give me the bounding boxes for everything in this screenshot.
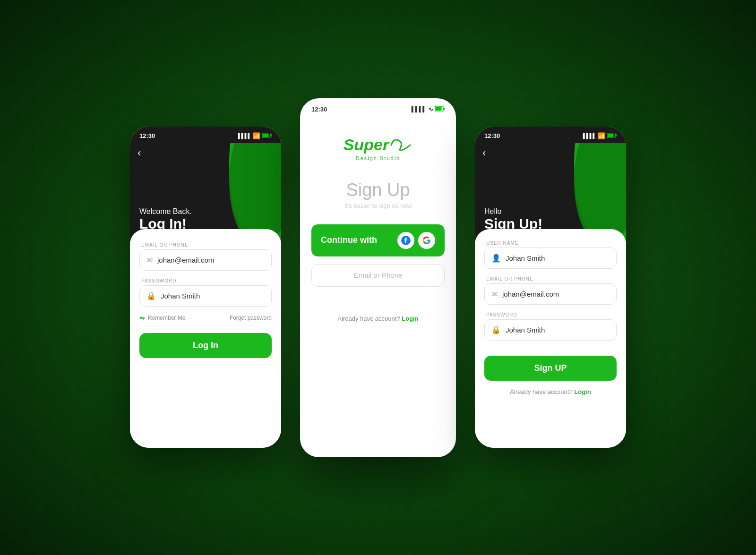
continue-label: Continue with [321, 235, 377, 245]
left-back-btn[interactable]: ‹ [137, 147, 141, 159]
right-header: ‹ Hello Sign Up! [475, 143, 626, 242]
center-signup-sub: It's easier to sign up now [300, 202, 456, 209]
email-phone-label: Email or Phone [354, 271, 403, 279]
lock-icon: 🔒 [146, 291, 156, 300]
social-icons-group [397, 232, 435, 249]
email-icon: ✉ [146, 256, 153, 265]
right-signal-icon: ▌▌▌▌ [583, 133, 596, 138]
right-email-value: johan@email.com [502, 290, 559, 298]
password-group: PASSOWORD 🔒 Johan Smith [139, 278, 272, 307]
remember-me[interactable]: ⇋ Remember Me [139, 314, 185, 322]
right-login-link[interactable]: Login [574, 388, 591, 395]
svg-rect-12 [608, 133, 614, 137]
left-subtitle: Welcome Back. [139, 207, 192, 216]
right-password-label: PASSWORD [484, 312, 617, 317]
right-title: Sign Up! [484, 216, 542, 232]
continue-btn[interactable]: Continue with [311, 224, 445, 256]
right-battery [607, 132, 617, 139]
center-signup-title: Sign Up [300, 180, 456, 200]
options-row: ⇋ Remember Me Forget password [139, 314, 272, 322]
right-already-text: Already have account? [510, 388, 572, 395]
right-status-bar: 12:30 ▌▌▌▌ 📶 [475, 127, 626, 143]
right-subtitle: Hello [484, 207, 542, 216]
email-phone-btn[interactable]: Email or Phone [311, 264, 445, 287]
right-wave-svg [536, 143, 626, 242]
right-password-group: PASSWORD 🔒 Johan Smith [484, 312, 617, 341]
password-label: PASSOWORD [139, 278, 272, 283]
left-title: Log In! [139, 216, 192, 232]
remember-label: Remember Me [148, 315, 185, 321]
svg-rect-1 [263, 133, 269, 137]
svg-rect-2 [271, 134, 272, 137]
left-header-text: Welcome Back. Log In! [139, 207, 192, 232]
toggle-icon: ⇋ [139, 314, 145, 322]
left-status-bar: 12:30 ▌▌▌▌ 📶 [130, 127, 281, 143]
center-login-link[interactable]: Login [402, 315, 418, 322]
username-input-field[interactable]: 👤 Johan Smith [484, 248, 617, 269]
username-label: USER NAME [484, 240, 617, 246]
center-signal-icon: ▌▌▌▌ [412, 106, 426, 112]
center-already-account: Already have account? Login [311, 315, 445, 322]
battery-container [262, 132, 272, 139]
right-password-value: Johan Smith [506, 326, 545, 334]
right-lock-icon: 🔒 [491, 325, 501, 334]
signup-button[interactable]: Sign UP [484, 356, 617, 381]
svg-point-5 [229, 143, 281, 242]
center-time: 12:30 [311, 106, 327, 113]
password-value: Johan Smith [161, 292, 200, 300]
right-status-icons: ▌▌▌▌ 📶 [583, 132, 617, 139]
left-header: ‹ Welcome Back. Log In! [130, 143, 281, 242]
center-content: Continue with [300, 213, 456, 333]
center-already-text: Already have account? [337, 315, 400, 322]
logo-swoosh-svg [389, 136, 412, 154]
right-email-icon: ✉ [491, 290, 498, 299]
forget-password[interactable]: Forget password [230, 315, 272, 321]
wifi-icon: 📶 [253, 132, 260, 139]
logo-subtitle: Design Studio [309, 155, 447, 161]
login-button[interactable]: Log In [139, 333, 272, 358]
center-logo-area: Super Design Studio [300, 117, 456, 171]
right-email-input-field[interactable]: ✉ johan@email.com [484, 283, 617, 305]
center-phone: 12:30 ▌▌▌▌ ∿ Super Design Studio Sign Up… [300, 98, 456, 457]
password-input-field[interactable]: 🔒 Johan Smith [139, 285, 272, 307]
email-label: EMAIL OR PHONE [139, 242, 272, 248]
right-password-input-field[interactable]: 🔒 Johan Smith [484, 319, 617, 341]
username-group: USER NAME 👤 Johan Smith [484, 240, 617, 269]
left-status-icons: ▌▌▌▌ 📶 [238, 132, 272, 139]
right-phone: 12:30 ▌▌▌▌ 📶 ‹ Hello Sign Up! [475, 127, 626, 448]
signal-icon: ▌▌▌▌ [238, 133, 251, 138]
right-content: USER NAME 👤 Johan Smith EMAIL OR PHONE ✉… [475, 229, 626, 448]
left-wave-svg [191, 143, 281, 242]
left-phone: 12:30 ▌▌▌▌ 📶 ‹ Welcome Back. Log [130, 127, 281, 448]
center-status-icons: ▌▌▌▌ ∿ [412, 106, 445, 113]
center-signup-title-area: Sign Up It's easier to sign up now [300, 180, 456, 209]
right-time: 12:30 [484, 132, 500, 139]
right-email-group: EMAIL OR PHONE ✉ johan@email.com [484, 276, 617, 305]
email-input-field[interactable]: ✉ johan@email.com [139, 249, 272, 271]
center-status-bar: 12:30 ▌▌▌▌ ∿ [300, 98, 456, 117]
right-email-label: EMAIL OR PHONE [484, 276, 617, 282]
left-content: EMAIL OR PHONE ✉ johan@email.com PASSOWO… [130, 229, 281, 448]
right-wifi-icon: 📶 [598, 132, 605, 139]
username-value: Johan Smith [506, 254, 545, 262]
svg-point-16 [574, 143, 626, 242]
google-icon[interactable] [418, 232, 435, 249]
center-battery [435, 106, 445, 113]
svg-rect-13 [616, 134, 617, 137]
facebook-icon[interactable] [397, 232, 414, 249]
logo-super: Super [344, 136, 389, 154]
center-wifi-icon: ∿ [428, 106, 433, 113]
user-icon: 👤 [491, 254, 501, 263]
right-back-btn[interactable]: ‹ [482, 147, 486, 159]
left-time: 12:30 [139, 132, 155, 139]
svg-rect-7 [436, 107, 442, 111]
svg-rect-8 [444, 108, 445, 110]
right-already-account: Already have account? Login [484, 388, 617, 395]
logo-container: Super [309, 136, 447, 154]
email-group: EMAIL OR PHONE ✉ johan@email.com [139, 242, 272, 271]
right-header-text: Hello Sign Up! [484, 207, 542, 232]
email-value: johan@email.com [157, 256, 214, 264]
